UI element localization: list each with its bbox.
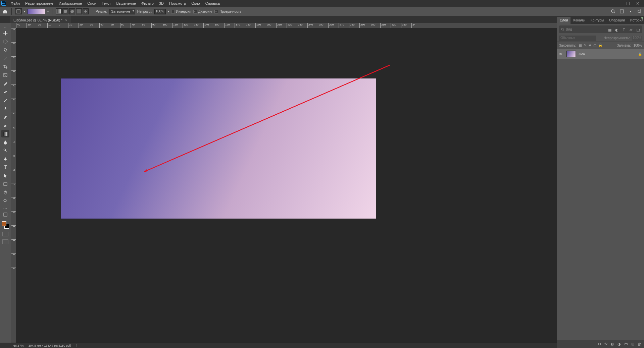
- window-restore-icon[interactable]: ❐: [626, 1, 631, 6]
- healing-brush-tool[interactable]: [1, 88, 9, 96]
- lock-transparency-icon[interactable]: ▦: [579, 44, 582, 47]
- layer-name[interactable]: Фон: [579, 52, 585, 56]
- fill-value[interactable]: 100%: [633, 44, 642, 47]
- marquee-tool[interactable]: [1, 38, 9, 45]
- filter-type-icon[interactable]: T: [621, 27, 627, 33]
- status-more-icon[interactable]: 〉: [76, 343, 79, 348]
- layer-mask-icon[interactable]: ◐: [611, 342, 614, 346]
- link-layers-icon[interactable]: ⚯: [598, 342, 601, 346]
- gradient-preview[interactable]: [27, 9, 45, 14]
- zoom-tool[interactable]: [1, 197, 9, 205]
- move-tool[interactable]: [1, 30, 9, 37]
- filter-adjust-icon[interactable]: ◐: [614, 27, 620, 33]
- lock-pixels-icon[interactable]: ✎: [584, 44, 587, 47]
- adjustment-layer-icon[interactable]: ◑: [617, 342, 621, 346]
- home-icon[interactable]: [2, 8, 8, 14]
- frame-tool[interactable]: [1, 71, 9, 79]
- options-bar: ▾ ▾ Режим: Затемнение Непрозр.: 100% ▾ И…: [0, 7, 644, 16]
- document-dimensions[interactable]: 304,8 мм x 135,47 мм (150 ppi): [29, 344, 71, 347]
- dodge-tool[interactable]: [1, 147, 9, 154]
- filter-shape-icon[interactable]: ▱: [628, 27, 634, 33]
- menu-filter[interactable]: Фильтр: [139, 1, 156, 6]
- eraser-tool[interactable]: [1, 122, 9, 129]
- close-tab-icon[interactable]: ×: [65, 18, 67, 22]
- layer-blend-mode[interactable]: Обычные: [559, 36, 596, 41]
- gradient-tool[interactable]: [1, 130, 9, 137]
- hand-tool[interactable]: [1, 189, 9, 196]
- gradient-linear-icon[interactable]: [56, 8, 62, 14]
- window-close-icon[interactable]: ✕: [635, 1, 640, 6]
- rectangle-tool[interactable]: [1, 180, 9, 188]
- delete-layer-icon[interactable]: 🗑: [638, 342, 641, 346]
- gradient-reflected-icon[interactable]: [76, 8, 82, 14]
- tab-channels[interactable]: Каналы: [571, 17, 588, 24]
- menu-text[interactable]: Текст: [99, 1, 114, 6]
- vertical-ruler[interactable]: 432101234567891111: [11, 28, 16, 343]
- gradient-angle-icon[interactable]: [69, 8, 75, 14]
- layer-row[interactable]: 👁 Фон 🔒: [557, 49, 644, 59]
- menu-window[interactable]: Окно: [189, 1, 203, 6]
- pen-tool[interactable]: [1, 155, 9, 163]
- foreground-color[interactable]: [2, 221, 6, 226]
- clone-stamp-tool[interactable]: [1, 105, 9, 112]
- opacity-input[interactable]: 100%: [154, 9, 166, 14]
- crop-tool[interactable]: [1, 63, 9, 70]
- layer-filter-label: Вид: [566, 27, 572, 31]
- tab-paths[interactable]: Контуры: [588, 17, 606, 24]
- eyedropper-tool[interactable]: [1, 80, 9, 87]
- color-swatches[interactable]: [2, 221, 9, 229]
- screen-mode-icon[interactable]: [2, 239, 8, 244]
- magic-wand-tool[interactable]: [1, 55, 9, 62]
- filter-pixel-icon[interactable]: ▦: [607, 27, 612, 33]
- edit-toolbar-icon[interactable]: [1, 211, 9, 218]
- tool-preset-icon[interactable]: [15, 8, 22, 14]
- menu-help[interactable]: Справка: [203, 1, 222, 6]
- reverse-checkbox[interactable]: Инверсия: [171, 10, 191, 13]
- new-layer-icon[interactable]: ⊞: [631, 342, 634, 346]
- opacity-label: Непрозр.:: [137, 10, 152, 13]
- canvas[interactable]: [61, 78, 376, 219]
- layer-opacity-value[interactable]: 100%: [632, 36, 642, 41]
- layer-fx-icon[interactable]: fx: [604, 342, 607, 346]
- svg-rect-4: [84, 10, 87, 13]
- menu-view[interactable]: Просмотр: [166, 1, 189, 6]
- path-selection-tool[interactable]: [1, 172, 9, 179]
- ruler-origin[interactable]: [11, 23, 16, 28]
- svg-line-19: [6, 201, 7, 202]
- group-icon[interactable]: 🗀: [624, 342, 628, 346]
- menu-3d[interactable]: 3D: [156, 1, 166, 6]
- toolbar-grip[interactable]: ••: [4, 25, 7, 28]
- layer-visibility-icon[interactable]: 👁: [559, 52, 564, 56]
- menu-layers[interactable]: Слои: [85, 1, 99, 6]
- toolbar-more[interactable]: •••: [3, 207, 7, 210]
- transparency-checkbox[interactable]: ✓Прозрачность: [214, 10, 241, 13]
- lock-all-icon[interactable]: 🔒: [598, 44, 602, 47]
- brush-tool[interactable]: [1, 97, 9, 104]
- lock-position-icon[interactable]: ✥: [589, 44, 591, 47]
- layer-thumbnail[interactable]: [566, 51, 576, 57]
- tab-layers[interactable]: Слои: [557, 17, 571, 24]
- dither-checkbox[interactable]: ✓Дизеринг: [193, 10, 213, 13]
- frame-icon[interactable]: [619, 9, 625, 14]
- blend-mode-dropdown[interactable]: Затемнение: [109, 9, 135, 14]
- blur-tool[interactable]: [1, 138, 9, 146]
- menu-select[interactable]: Выделение: [114, 1, 139, 6]
- menu-edit[interactable]: Редактирование: [22, 1, 56, 6]
- type-tool[interactable]: T: [1, 164, 9, 171]
- history-brush-tool[interactable]: [1, 113, 9, 121]
- menu-image[interactable]: Изображение: [56, 1, 85, 6]
- menu-file[interactable]: Файл: [8, 1, 22, 6]
- lasso-tool[interactable]: [1, 46, 9, 54]
- share-icon[interactable]: [637, 9, 642, 14]
- lock-artboard-icon[interactable]: ▢: [593, 44, 596, 47]
- search-icon[interactable]: [610, 9, 616, 14]
- gradient-radial-icon[interactable]: [62, 8, 68, 14]
- quick-mask-icon[interactable]: [2, 232, 8, 236]
- zoom-level[interactable]: 66,67%: [13, 344, 24, 347]
- window-minimize-icon[interactable]: —: [616, 1, 621, 6]
- canvas-viewport[interactable]: [16, 28, 557, 343]
- tab-actions[interactable]: Операции: [606, 17, 628, 24]
- layer-lock-icon[interactable]: 🔒: [638, 52, 642, 56]
- gradient-diamond-icon[interactable]: [83, 8, 89, 14]
- horizontal-ruler[interactable]: 4030201001020304050607080901001101201301…: [16, 23, 557, 28]
